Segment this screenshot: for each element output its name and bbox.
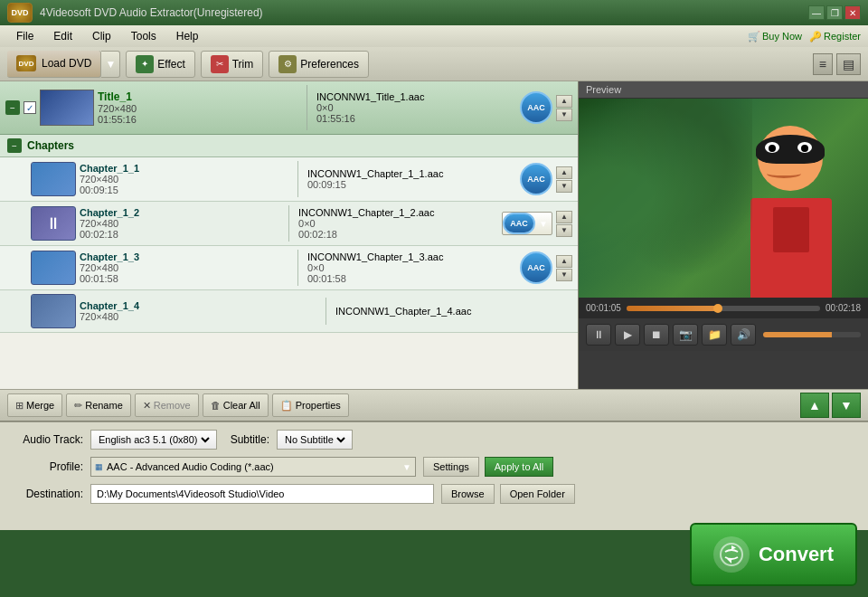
preview-video bbox=[579, 99, 868, 298]
trim-button[interactable]: ✂ Trim bbox=[201, 51, 264, 78]
chapter2-format-select[interactable]: AAC ▼ bbox=[502, 212, 552, 235]
chapter1-format: AAC bbox=[520, 163, 552, 195]
title-resolution: 720×480 bbox=[98, 103, 297, 114]
chapter2-res: 720×480 bbox=[80, 218, 279, 229]
chapter4-output: INCONNW1_Chapter_1_4.aac bbox=[335, 306, 572, 317]
stop-button[interactable]: ⏹ bbox=[644, 324, 669, 346]
preferences-button[interactable]: ⚙ Preferences bbox=[269, 51, 369, 78]
trim-icon: ✂ bbox=[211, 55, 229, 73]
restore-button[interactable]: ❐ bbox=[826, 5, 843, 20]
effect-button[interactable]: ✦ Effect bbox=[126, 51, 194, 78]
title-checkbox[interactable] bbox=[24, 101, 36, 114]
chapter4-thumbnail bbox=[31, 294, 76, 328]
destination-input[interactable] bbox=[90, 484, 434, 504]
title-output-name: INCONNW1_Title_1.aac bbox=[316, 91, 516, 102]
convert-button[interactable]: Convert bbox=[690, 523, 857, 586]
chapter2-nav: ▲ ▼ bbox=[556, 211, 572, 237]
chapter2-info: Chapter_1_2 720×480 00:02:18 bbox=[80, 207, 279, 240]
expand-title-button[interactable]: − bbox=[5, 100, 20, 115]
chapter4-info: Chapter_1_4 720×480 bbox=[80, 300, 316, 322]
chapter2-nav-up[interactable]: ▲ bbox=[556, 211, 572, 223]
chapter3-res: 720×480 bbox=[80, 262, 288, 273]
window-controls: — ❐ ✕ bbox=[808, 5, 861, 20]
list-view-button[interactable]: ≡ bbox=[813, 53, 833, 75]
browse-button[interactable]: Browse bbox=[441, 484, 495, 504]
volume-slider[interactable] bbox=[763, 332, 861, 337]
chapter3-nav-up[interactable]: ▲ bbox=[556, 255, 572, 268]
subtitle-dropdown[interactable]: No Subtitle bbox=[281, 433, 348, 446]
merge-button[interactable]: ⊞ Merge bbox=[7, 393, 62, 417]
menu-file[interactable]: File bbox=[7, 28, 42, 44]
convert-section: Convert bbox=[690, 523, 857, 586]
menu-edit[interactable]: Edit bbox=[44, 28, 81, 44]
folder-button[interactable]: 📁 bbox=[702, 324, 727, 346]
preview-panel: Preview bbox=[579, 81, 868, 389]
title-output: INCONNW1_Title_1.aac 0×0 01:55:16 bbox=[316, 91, 516, 124]
title-output-stats: 0×0 bbox=[316, 102, 516, 113]
chapter3-outstats: 0×0 bbox=[307, 262, 516, 273]
menu-clip[interactable]: Clip bbox=[83, 28, 120, 44]
chapter3-outname: INCONNW1_Chapter_1_3.aac bbox=[307, 251, 516, 262]
title-nav-down[interactable]: ▼ bbox=[556, 109, 572, 121]
load-dvd-dropdown[interactable]: ▼ bbox=[101, 51, 120, 78]
volume-button[interactable]: 🔊 bbox=[731, 324, 756, 346]
menu-bar: File Edit Clip Tools Help 🛒 Buy Now 🔑 Re… bbox=[0, 25, 868, 47]
remove-button[interactable]: ✕ Remove bbox=[135, 393, 199, 417]
menu-tools[interactable]: Tools bbox=[122, 28, 165, 44]
chapter1-nav-up[interactable]: ▲ bbox=[556, 166, 572, 179]
remove-icon: ✕ bbox=[143, 400, 151, 412]
buy-now-link[interactable]: 🛒 Buy Now bbox=[748, 31, 802, 43]
chapter1-nav: ▲ ▼ bbox=[556, 166, 572, 193]
properties-button[interactable]: 📋 Properties bbox=[272, 393, 349, 417]
load-dvd-button[interactable]: DVD Load DVD bbox=[7, 51, 101, 78]
destination-row: Destination: Browse Open Folder bbox=[11, 484, 857, 504]
screenshot-button[interactable]: 📷 bbox=[673, 324, 698, 346]
menu-right-links: 🛒 Buy Now 🔑 Register bbox=[748, 31, 861, 43]
subtitle-select[interactable]: No Subtitle bbox=[277, 430, 353, 450]
grid-view-button[interactable]: ▤ bbox=[836, 53, 861, 75]
timeline-progress bbox=[627, 306, 718, 311]
timeline-track[interactable] bbox=[627, 306, 820, 311]
chapter2-format: AAC ▼ bbox=[502, 212, 552, 235]
chapter1-output: INCONNW1_Chapter_1_1.aac 00:09:15 bbox=[307, 168, 516, 190]
register-link[interactable]: 🔑 Register bbox=[809, 31, 861, 43]
chapter4-res: 720×480 bbox=[80, 311, 316, 322]
convert-icon bbox=[713, 536, 750, 573]
title-output-duration: 01:55:16 bbox=[316, 113, 516, 124]
apply-to-all-button[interactable]: Apply to All bbox=[485, 457, 553, 477]
move-down-button[interactable]: ▼ bbox=[832, 393, 861, 418]
move-up-button[interactable]: ▲ bbox=[800, 393, 829, 418]
audio-track-dropdown[interactable]: English ac3 5.1 (0x80) bbox=[95, 433, 212, 446]
current-time: 00:01:05 bbox=[586, 303, 621, 313]
expand-chapters-button[interactable]: − bbox=[7, 138, 22, 153]
settings-apply-row: Settings Apply to All bbox=[423, 457, 553, 477]
audio-track-label: Audio Track: bbox=[11, 433, 83, 446]
settings-button[interactable]: Settings bbox=[423, 457, 479, 477]
chapter-item: Chapter_1_3 720×480 00:01:58 INCONNW1_Ch… bbox=[0, 246, 578, 290]
chapter1-res: 720×480 bbox=[80, 174, 288, 185]
title-format: AAC bbox=[520, 91, 552, 124]
chapter2-nav-down[interactable]: ▼ bbox=[556, 224, 572, 237]
chapter1-info: Chapter_1_1 720×480 00:09:15 bbox=[80, 163, 288, 195]
minimize-button[interactable]: — bbox=[808, 5, 825, 20]
pause-button[interactable]: ⏸ bbox=[586, 324, 611, 346]
clear-all-button[interactable]: 🗑 Clear All bbox=[203, 393, 269, 417]
rename-icon: ✏ bbox=[74, 400, 82, 412]
title-nav-up[interactable]: ▲ bbox=[556, 95, 572, 108]
chapter3-info: Chapter_1_3 720×480 00:01:58 bbox=[80, 251, 288, 284]
aac-badge: AAC bbox=[520, 91, 552, 124]
menu-help[interactable]: Help bbox=[167, 28, 208, 44]
title-duration: 01:55:16 bbox=[98, 114, 297, 125]
open-folder-button[interactable]: Open Folder bbox=[500, 484, 575, 504]
chapter3-name: Chapter_1_3 bbox=[80, 251, 288, 262]
audio-track-select[interactable]: English ac3 5.1 (0x80) bbox=[90, 430, 217, 450]
chapter1-nav-down[interactable]: ▼ bbox=[556, 180, 572, 193]
rename-button[interactable]: ✏ Rename bbox=[66, 393, 131, 417]
close-button[interactable]: ✕ bbox=[844, 5, 861, 20]
chapter3-output: INCONNW1_Chapter_1_3.aac 0×0 00:01:58 bbox=[307, 251, 516, 284]
effect-icon: ✦ bbox=[136, 55, 154, 73]
chapter3-format: AAC bbox=[520, 251, 552, 284]
play-button[interactable]: ▶ bbox=[615, 324, 640, 346]
chapter3-nav-down[interactable]: ▼ bbox=[556, 269, 572, 281]
bottom-toolbar: ⊞ Merge ✏ Rename ✕ Remove 🗑 Clear All 📋 … bbox=[0, 389, 868, 422]
